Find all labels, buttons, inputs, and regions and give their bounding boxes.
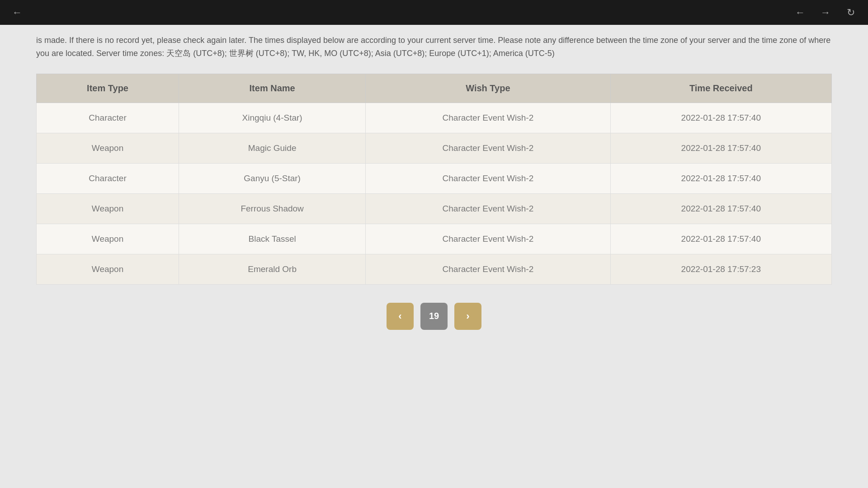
info-text: is made. If there is no record yet, plea… (36, 34, 832, 60)
prev-page-icon: ‹ (398, 310, 401, 322)
next-page-button[interactable]: › (454, 303, 481, 330)
cell-time-received: 2022-01-28 17:57:40 (610, 163, 831, 193)
cell-item-name: Black Tassel (179, 224, 366, 254)
col-header-item-name: Item Name (179, 74, 366, 103)
cell-time-received: 2022-01-28 17:57:40 (610, 193, 831, 224)
cell-time-received: 2022-01-28 17:57:40 (610, 224, 831, 254)
table-row: WeaponEmerald OrbCharacter Event Wish-22… (37, 254, 832, 284)
prev-page-button[interactable]: ‹ (387, 303, 414, 330)
cell-item-name: Xingqiu (4-Star) (179, 103, 366, 133)
prev-button[interactable]: ← (792, 5, 808, 21)
cell-wish-type: Character Event Wish-2 (366, 193, 610, 224)
back-icon: ← (12, 7, 22, 19)
table-row: CharacterGanyu (5-Star)Character Event W… (37, 163, 832, 193)
next-page-icon: › (466, 310, 469, 322)
cell-wish-type: Character Event Wish-2 (366, 133, 610, 163)
next-icon: → (821, 7, 830, 19)
cell-wish-type: Character Event Wish-2 (366, 254, 610, 284)
cell-wish-type: Character Event Wish-2 (366, 224, 610, 254)
table-header-row: Item Type Item Name Wish Type Time Recei… (37, 74, 832, 103)
cell-item-type: Character (37, 163, 179, 193)
table-row: CharacterXingqiu (4-Star)Character Event… (37, 103, 832, 133)
current-page-display: 19 (420, 303, 448, 330)
table-row: WeaponMagic GuideCharacter Event Wish-22… (37, 133, 832, 163)
top-bar-left: ← (9, 5, 25, 21)
prev-icon: ← (795, 7, 805, 19)
cell-item-name: Ganyu (5-Star) (179, 163, 366, 193)
cell-time-received: 2022-01-28 17:57:40 (610, 133, 831, 163)
cell-item-type: Weapon (37, 224, 179, 254)
top-bar: ← ← → ↻ (0, 0, 868, 25)
table-row: WeaponFerrous ShadowCharacter Event Wish… (37, 193, 832, 224)
wish-table: Item Type Item Name Wish Type Time Recei… (36, 74, 832, 285)
back-button[interactable]: ← (9, 5, 25, 21)
cell-item-name: Magic Guide (179, 133, 366, 163)
cell-wish-type: Character Event Wish-2 (366, 163, 610, 193)
cell-time-received: 2022-01-28 17:57:40 (610, 103, 831, 133)
col-header-wish-type: Wish Type (366, 74, 610, 103)
cell-item-type: Weapon (37, 254, 179, 284)
cell-wish-type: Character Event Wish-2 (366, 103, 610, 133)
col-header-item-type: Item Type (37, 74, 179, 103)
cell-item-name: Emerald Orb (179, 254, 366, 284)
cell-item-type: Weapon (37, 193, 179, 224)
refresh-icon: ↻ (847, 7, 855, 19)
table-row: WeaponBlack TasselCharacter Event Wish-2… (37, 224, 832, 254)
cell-item-name: Ferrous Shadow (179, 193, 366, 224)
next-button[interactable]: → (817, 5, 834, 21)
cell-item-type: Weapon (37, 133, 179, 163)
cell-item-type: Character (37, 103, 179, 133)
col-header-time-received: Time Received (610, 74, 831, 103)
pagination: ‹ 19 › (36, 303, 832, 330)
cell-time-received: 2022-01-28 17:57:23 (610, 254, 831, 284)
top-bar-right: ← → ↻ (792, 5, 859, 21)
main-content: is made. If there is no record yet, plea… (0, 25, 868, 488)
refresh-button[interactable]: ↻ (843, 5, 859, 21)
